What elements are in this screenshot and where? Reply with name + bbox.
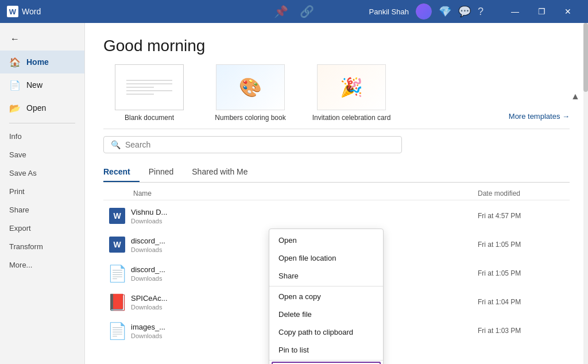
sidebar-item-info[interactable]: Info	[0, 127, 84, 145]
scrollbar[interactable]	[583, 23, 588, 364]
sidebar-item-save-as[interactable]: Save As	[0, 164, 84, 182]
app-logo: W Word	[7, 6, 41, 17]
pdf-icon: 📕	[107, 293, 127, 312]
sidebar-home-label: Home	[26, 57, 49, 67]
context-menu-divider	[269, 286, 383, 286]
context-menu-divider-2	[269, 360, 383, 361]
context-menu-share[interactable]: Share	[269, 267, 383, 285]
word-doc-icon: W	[109, 208, 125, 224]
sidebar-item-save[interactable]: Save	[0, 145, 84, 164]
tab-pinned[interactable]: Pinned	[140, 162, 183, 182]
col-date: Date modified	[478, 189, 570, 198]
blank-template-lines	[126, 78, 172, 97]
avatar-image	[416, 3, 432, 20]
file-icon: 📄	[108, 320, 126, 341]
sidebar-item-new[interactable]: 📄 New	[0, 73, 84, 96]
page-title: Good morning	[103, 37, 570, 55]
context-menu-open-copy[interactable]: Open a copy	[269, 288, 383, 305]
coloring-icon: 🎨	[239, 76, 262, 98]
file-icon-col: W	[103, 234, 131, 255]
maximize-button[interactable]: ❐	[528, 0, 555, 23]
avatar[interactable]	[416, 3, 432, 20]
titlebar-center-icons: 📌 🔗	[274, 5, 314, 18]
template-blank-label: Blank document	[125, 114, 174, 122]
file-icon-col: 📄	[103, 320, 131, 341]
context-menu-delete[interactable]: Delete file	[269, 305, 383, 323]
file-icon: 📕	[108, 292, 126, 312]
new-icon: 📄	[9, 80, 21, 91]
file-date: Fri at 1:04 PM	[478, 298, 570, 306]
sidebar-divider	[9, 123, 75, 123]
back-icon: ←	[9, 34, 21, 44]
table-row[interactable]: W Vishnu D... Downloads Fri at 4:57 PM	[103, 202, 570, 230]
templates-section: Good morning Blank document	[85, 23, 588, 129]
context-menu-copy-path[interactable]: Copy path to clipboard	[269, 323, 383, 341]
template-thumb-invitation: 🎉	[317, 64, 386, 110]
tab-recent[interactable]: Recent	[103, 162, 140, 182]
sidebar-item-export[interactable]: Export	[0, 219, 84, 237]
file-name: Vishnu D...	[131, 208, 478, 216]
sidebar: ← 🏠 Home 📄 New 📂 Open Info Save Save As …	[0, 23, 85, 364]
file-date: Fri at 1:05 PM	[478, 269, 570, 277]
help-icon[interactable]: ?	[478, 6, 483, 18]
minimize-button[interactable]: —	[502, 0, 528, 23]
scroll-up-arrow[interactable]: ▲	[571, 91, 580, 102]
gray-doc-icon-2: 📄	[107, 322, 127, 340]
sidebar-item-home[interactable]: 🏠 Home	[0, 51, 84, 73]
template-blank[interactable]: Blank document	[103, 64, 195, 122]
template-thumb-blank	[115, 64, 184, 110]
tabs: Recent Pinned Shared with Me	[103, 162, 570, 183]
file-icon-col: 📄	[103, 263, 131, 284]
search-input[interactable]	[125, 140, 394, 149]
scrollbar-thumb[interactable]	[583, 23, 588, 92]
window-controls: — ❐ ✕	[502, 0, 581, 23]
context-menu-pin[interactable]: Pin to list	[269, 341, 383, 359]
sidebar-item-print[interactable]: Print	[0, 182, 84, 200]
col-name: Name	[103, 189, 478, 198]
sidebar-item-transform[interactable]: Transform	[0, 237, 84, 255]
context-menu-open[interactable]: Open	[269, 231, 383, 249]
gray-doc-icon: 📄	[107, 264, 127, 283]
titlebar-right: Pankil Shah 💎 💬 ? — ❐ ✕	[369, 0, 581, 23]
main-layout: ← 🏠 Home 📄 New 📂 Open Info Save Save As …	[0, 23, 588, 364]
home-icon: 🏠	[9, 57, 21, 68]
sidebar-item-more[interactable]: More...	[0, 255, 84, 274]
templates-row: Blank document 🎨 Numbers coloring book 🎉…	[103, 64, 570, 129]
file-date: Fri at 1:05 PM	[478, 241, 570, 249]
context-menu-remove[interactable]: Remove from list	[272, 362, 381, 364]
file-icon: W	[108, 234, 126, 255]
search-icon: 🔍	[111, 140, 121, 149]
app-name: Word	[22, 7, 41, 16]
word-icon: W	[7, 6, 18, 17]
search-bar: 🔍	[103, 136, 402, 153]
template-coloring[interactable]: 🎨 Numbers coloring book	[204, 64, 296, 122]
sidebar-item-open[interactable]: 📂 Open	[0, 96, 84, 119]
nav-back-button[interactable]: ←	[0, 28, 84, 51]
content-area: Good morning Blank document	[85, 23, 588, 364]
more-templates-link[interactable]: More templates →	[509, 112, 570, 121]
share-icon: 🔗	[300, 5, 314, 18]
file-list-header: Name Date modified	[103, 187, 570, 200]
file-icon-col: 📕	[103, 292, 131, 312]
sidebar-item-share[interactable]: Share	[0, 200, 84, 219]
context-menu-open-location[interactable]: Open file location	[269, 249, 383, 267]
tab-shared[interactable]: Shared with Me	[183, 162, 257, 182]
file-path: Downloads	[131, 218, 478, 224]
feedback-icon[interactable]: 💬	[458, 5, 471, 18]
file-date: Fri at 1:03 PM	[478, 327, 570, 335]
sidebar-new-label: New	[26, 80, 42, 90]
word-doc-icon: W	[109, 237, 125, 253]
template-invitation[interactable]: 🎉 Invitation celebration card	[305, 64, 397, 122]
diamond-icon[interactable]: 💎	[439, 5, 451, 18]
template-invitation-label: Invitation celebration card	[312, 114, 391, 122]
user-name: Pankil Shah	[369, 7, 409, 16]
invitation-icon: 🎉	[340, 76, 363, 98]
file-info: Vishnu D... Downloads	[131, 208, 478, 224]
file-icon: W	[108, 206, 126, 226]
template-thumb-coloring: 🎨	[216, 64, 285, 110]
open-icon: 📂	[9, 103, 21, 114]
sidebar-open-label: Open	[26, 103, 46, 113]
pin-icon: 📌	[274, 5, 288, 18]
close-button[interactable]: ✕	[555, 0, 581, 23]
file-date: Fri at 4:57 PM	[478, 212, 570, 220]
